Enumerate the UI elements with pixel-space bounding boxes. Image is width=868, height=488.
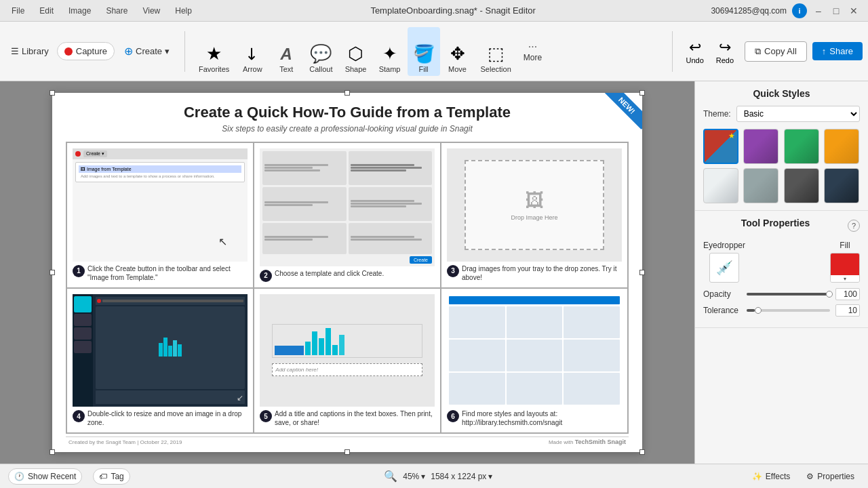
menu-help[interactable]: Help bbox=[172, 5, 195, 17]
style-grid: ★ bbox=[703, 129, 860, 203]
style-item-4[interactable] bbox=[824, 129, 859, 164]
help-button[interactable]: ? bbox=[848, 220, 860, 232]
right-panel: Quick Styles Theme: Basic Modern Classic… bbox=[694, 81, 868, 464]
step-1-num: 1 bbox=[73, 265, 85, 277]
step-6-image bbox=[447, 294, 622, 407]
properties-icon: ⚙ bbox=[806, 472, 814, 481]
tolerance-thumb[interactable] bbox=[755, 307, 762, 314]
canvas-area[interactable]: NEW! Create a Quick How-To Guide from a … bbox=[0, 81, 694, 464]
step-5-caption: Add caption here! bbox=[272, 363, 422, 376]
zoom-control[interactable]: 45% ▾ bbox=[403, 472, 425, 481]
menu-image[interactable]: Image bbox=[65, 5, 94, 17]
undo-button[interactable]: ↩ Undo bbox=[681, 31, 709, 72]
copy-all-button[interactable]: ⧉ Copy All bbox=[745, 41, 807, 62]
library-button[interactable]: ☰ Library bbox=[5, 43, 54, 59]
redo-button[interactable]: ↪ Redo bbox=[711, 31, 739, 72]
handle-mid-left[interactable] bbox=[50, 270, 55, 275]
properties-button[interactable]: ⚙ Properties bbox=[801, 469, 860, 484]
handle-mid-right[interactable] bbox=[639, 270, 645, 275]
step-6-desc: 6 Find more styles and layouts at: http:… bbox=[447, 409, 622, 427]
step-3-cell: 🖼 Drop Image Here 3 Drag images from you… bbox=[441, 142, 628, 288]
step-2-image: Create bbox=[260, 148, 435, 266]
style-item-1[interactable]: ★ bbox=[703, 129, 738, 164]
new-badge: NEW! bbox=[601, 93, 642, 134]
step-3-image: 🖼 Drop Image Here bbox=[447, 148, 622, 262]
quick-styles-section: Quick Styles Theme: Basic Modern Classic… bbox=[695, 81, 868, 211]
theme-row: Theme: Basic Modern Classic bbox=[703, 106, 860, 122]
menu-edit[interactable]: Edit bbox=[36, 5, 57, 17]
step-6-mock bbox=[447, 294, 622, 407]
style-item-7[interactable] bbox=[784, 168, 819, 203]
style-item-8[interactable] bbox=[824, 168, 859, 203]
quick-styles-title: Quick Styles bbox=[703, 88, 860, 99]
style-item-2[interactable] bbox=[743, 129, 778, 164]
step-4-cell: ↙ 4 Double-click to resize and move an i… bbox=[66, 288, 254, 434]
tool-selection[interactable]: ⬚ Selection bbox=[475, 27, 517, 76]
tolerance-slider-track[interactable] bbox=[747, 309, 830, 312]
step-6-cell: 6 Find more styles and layouts at: http:… bbox=[441, 288, 628, 434]
tolerance-value[interactable] bbox=[835, 304, 860, 317]
show-recent-button[interactable]: 🕐 Show Recent bbox=[8, 468, 82, 485]
tool-text[interactable]: A Text bbox=[270, 27, 302, 76]
eyedropper-button[interactable]: 💉 bbox=[709, 253, 739, 283]
search-button[interactable]: 🔍 bbox=[384, 470, 397, 483]
style-item-3[interactable] bbox=[784, 129, 819, 164]
step-2-mock: Create bbox=[260, 148, 435, 266]
handle-top-left[interactable] bbox=[50, 90, 55, 96]
eyedropper-fill-row: Eyedropper 💉 Fill ▾ bbox=[703, 241, 860, 283]
menu-view[interactable]: View bbox=[139, 5, 163, 17]
handle-top-right[interactable] bbox=[639, 90, 645, 96]
effects-button[interactable]: ✨ Effects bbox=[747, 469, 795, 484]
chevron-down-icon: ▾ bbox=[488, 472, 492, 481]
opacity-slider-track[interactable] bbox=[747, 293, 830, 296]
selection-icon: ⬚ bbox=[488, 45, 505, 62]
create-button[interactable]: ⊕ Create ▾ bbox=[117, 41, 176, 61]
canvas-size-control[interactable]: 1584 x 1224 px ▾ bbox=[431, 472, 492, 481]
opacity-value[interactable] bbox=[835, 288, 860, 300]
mock-toolbar-1: Create ▾ bbox=[73, 148, 248, 159]
opacity-fill bbox=[747, 293, 830, 296]
menu-share[interactable]: Share bbox=[102, 5, 131, 17]
tool-stamp[interactable]: ✦ Stamp bbox=[374, 27, 406, 76]
tool-favorites[interactable]: ★ Favorites bbox=[193, 27, 235, 76]
stamp-icon: ✦ bbox=[382, 45, 397, 62]
style-item-6[interactable] bbox=[743, 168, 778, 203]
more-tools-button[interactable]: ··· More bbox=[518, 27, 547, 76]
step-3-desc: 3 Drag images from your tray to the drop… bbox=[447, 264, 622, 282]
handle-bot-left[interactable] bbox=[50, 449, 55, 455]
mock-red-dot bbox=[75, 151, 81, 157]
fill-color-button[interactable]: ▾ bbox=[830, 253, 860, 283]
handle-top-mid[interactable] bbox=[344, 90, 350, 96]
share-button[interactable]: ↑ Share bbox=[812, 42, 863, 60]
tool-shape[interactable]: ⬡ Shape bbox=[340, 27, 372, 76]
capture-button[interactable]: Capture bbox=[57, 42, 115, 60]
tag-button[interactable]: 🏷 Tag bbox=[93, 468, 130, 485]
redo-icon: ↪ bbox=[719, 39, 731, 56]
shape-icon: ⬡ bbox=[348, 45, 363, 62]
tag-icon: 🏷 bbox=[99, 472, 107, 481]
step-2-desc: 2 Choose a template and click Create. bbox=[260, 269, 435, 282]
close-button[interactable]: ✕ bbox=[848, 5, 860, 17]
minimize-button[interactable]: – bbox=[812, 5, 825, 17]
step-4-image: ↙ bbox=[73, 294, 248, 407]
handle-bot-mid[interactable] bbox=[344, 449, 350, 455]
theme-select[interactable]: Basic Modern Classic bbox=[736, 106, 860, 122]
tool-move[interactable]: ✥ Move bbox=[441, 27, 474, 76]
tool-fill[interactable]: 🪣 Fill bbox=[408, 27, 440, 76]
menu-file[interactable]: File bbox=[8, 5, 28, 17]
step-3-num: 3 bbox=[447, 265, 459, 277]
tool-arrow[interactable]: ↗ Arrow bbox=[236, 27, 269, 76]
maximize-button[interactable]: □ bbox=[830, 5, 842, 17]
style-item-5[interactable] bbox=[703, 168, 738, 203]
step-4-mock bbox=[73, 294, 248, 407]
menu-bar: File Edit Image Share View Help bbox=[8, 5, 195, 17]
footer-left: 🕐 Show Recent 🏷 Tag bbox=[8, 468, 130, 485]
toolbar-left: ☰ Library Capture ⊕ Create ▾ bbox=[5, 31, 185, 72]
info-button[interactable]: i bbox=[792, 3, 807, 18]
tool-callout[interactable]: 💬 Callout bbox=[304, 27, 338, 76]
main-content: NEW! Create a Quick How-To Guide from a … bbox=[0, 81, 868, 464]
plus-icon: ⊕ bbox=[124, 45, 133, 58]
handle-bot-right[interactable] bbox=[639, 449, 645, 455]
opacity-thumb[interactable] bbox=[826, 291, 833, 298]
footer-bar: 🕐 Show Recent 🏷 Tag 🔍 45% ▾ 1584 x 1224 … bbox=[0, 464, 868, 488]
